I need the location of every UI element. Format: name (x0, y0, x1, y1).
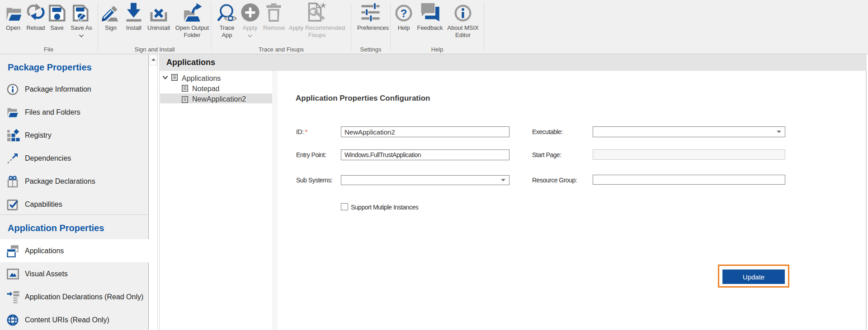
svg-text:?: ? (401, 7, 407, 19)
